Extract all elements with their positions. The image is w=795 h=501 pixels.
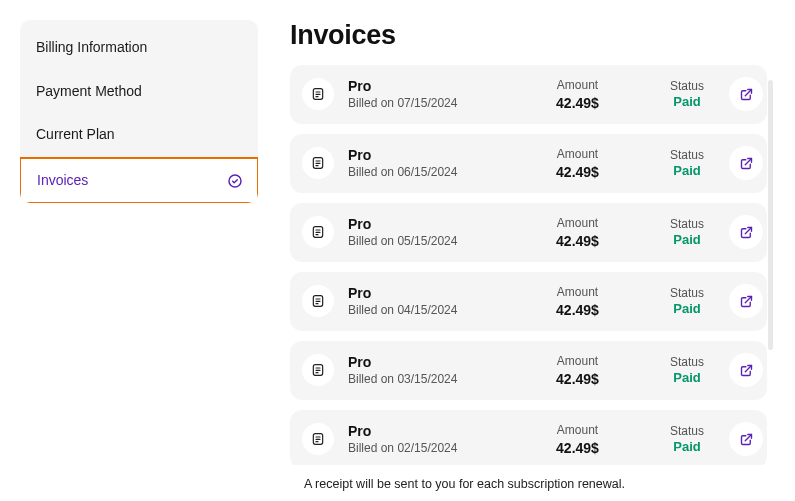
invoice-amount-col: Amount 42.49$ <box>502 422 653 457</box>
invoice-amount-col: Amount 42.49$ <box>502 284 653 319</box>
invoice-amount: 42.49$ <box>502 301 653 319</box>
invoice-status: Paid <box>657 370 717 387</box>
invoice-plan-col: Pro Billed on 02/15/2024 <box>348 422 498 457</box>
invoice-amount: 42.49$ <box>502 163 653 181</box>
invoice-billed-on: Billed on 03/15/2024 <box>348 371 498 388</box>
invoice-row: Pro Billed on 05/15/2024 Amount 42.49$ S… <box>290 203 767 262</box>
invoice-amount: 42.49$ <box>502 370 653 388</box>
invoice-amount-col: Amount 42.49$ <box>502 77 653 112</box>
invoice-billed-on: Billed on 06/15/2024 <box>348 164 498 181</box>
amount-label: Amount <box>502 284 653 301</box>
sidebar-item-label: Invoices <box>37 171 88 191</box>
invoice-plan-name: Pro <box>348 353 498 371</box>
invoice-plan-col: Pro Billed on 03/15/2024 <box>348 353 498 388</box>
invoice-status-col: Status Paid <box>657 147 717 181</box>
document-icon <box>310 224 326 240</box>
invoice-row: Pro Billed on 07/15/2024 Amount 42.49$ S… <box>290 65 767 124</box>
invoice-amount-col: Amount 42.49$ <box>502 146 653 181</box>
invoice-row: Pro Billed on 04/15/2024 Amount 42.49$ S… <box>290 272 767 331</box>
invoice-plan-col: Pro Billed on 07/15/2024 <box>348 77 498 112</box>
invoice-billed-on: Billed on 02/15/2024 <box>348 440 498 457</box>
status-label: Status <box>657 423 717 440</box>
invoice-status-col: Status Paid <box>657 78 717 112</box>
sidebar-item-billing-information[interactable]: Billing Information <box>20 26 258 70</box>
invoice-amount: 42.49$ <box>502 439 653 457</box>
open-invoice-button[interactable] <box>729 353 763 387</box>
invoice-row: Pro Billed on 02/15/2024 Amount 42.49$ S… <box>290 410 767 465</box>
scrollbar[interactable] <box>768 80 773 350</box>
document-icon <box>310 86 326 102</box>
external-link-icon <box>739 294 754 309</box>
billing-sidebar: Billing Information Payment Method Curre… <box>20 20 258 203</box>
document-icon <box>310 155 326 171</box>
invoice-plan-col: Pro Billed on 05/15/2024 <box>348 215 498 250</box>
sidebar-item-current-plan[interactable]: Current Plan <box>20 113 258 157</box>
sidebar-item-label: Current Plan <box>36 125 115 145</box>
invoice-icon-wrap <box>302 285 334 317</box>
invoice-row: Pro Billed on 06/15/2024 Amount 42.49$ S… <box>290 134 767 193</box>
invoice-icon-wrap <box>302 78 334 110</box>
open-invoice-button[interactable] <box>729 215 763 249</box>
invoice-icon-wrap <box>302 354 334 386</box>
status-label: Status <box>657 147 717 164</box>
open-invoice-button[interactable] <box>729 77 763 111</box>
amount-label: Amount <box>502 422 653 439</box>
open-invoice-button[interactable] <box>729 284 763 318</box>
invoice-plan-name: Pro <box>348 284 498 302</box>
open-invoice-button[interactable] <box>729 422 763 456</box>
invoice-list: Pro Billed on 07/15/2024 Amount 42.49$ S… <box>290 65 775 465</box>
page-title: Invoices <box>290 20 775 51</box>
document-icon <box>310 431 326 447</box>
invoice-status: Paid <box>657 439 717 456</box>
invoice-plan-name: Pro <box>348 215 498 233</box>
amount-label: Amount <box>502 353 653 370</box>
status-label: Status <box>657 285 717 302</box>
footer-note: A receipt will be sent to you for each s… <box>304 477 775 491</box>
invoice-status: Paid <box>657 301 717 318</box>
invoice-amount-col: Amount 42.49$ <box>502 215 653 250</box>
document-icon <box>310 362 326 378</box>
invoice-icon-wrap <box>302 423 334 455</box>
external-link-icon <box>739 156 754 171</box>
invoice-amount: 42.49$ <box>502 94 653 112</box>
status-label: Status <box>657 216 717 233</box>
invoice-amount: 42.49$ <box>502 232 653 250</box>
invoice-plan-name: Pro <box>348 77 498 95</box>
invoice-billed-on: Billed on 07/15/2024 <box>348 95 498 112</box>
invoice-status: Paid <box>657 94 717 111</box>
invoice-status-col: Status Paid <box>657 423 717 457</box>
invoice-plan-col: Pro Billed on 04/15/2024 <box>348 284 498 319</box>
invoice-plan-col: Pro Billed on 06/15/2024 <box>348 146 498 181</box>
invoice-status-col: Status Paid <box>657 216 717 250</box>
external-link-icon <box>739 432 754 447</box>
invoices-panel: Invoices Pro Billed on 07/15/2024 Amount… <box>290 20 785 491</box>
invoice-plan-name: Pro <box>348 146 498 164</box>
document-icon <box>310 293 326 309</box>
sidebar-item-label: Billing Information <box>36 38 147 58</box>
invoice-status: Paid <box>657 163 717 180</box>
invoice-billed-on: Billed on 04/15/2024 <box>348 302 498 319</box>
invoice-icon-wrap <box>302 147 334 179</box>
external-link-icon <box>739 225 754 240</box>
sidebar-item-label: Payment Method <box>36 82 142 102</box>
status-label: Status <box>657 354 717 371</box>
invoice-status-col: Status Paid <box>657 354 717 388</box>
invoice-icon-wrap <box>302 216 334 248</box>
invoice-plan-name: Pro <box>348 422 498 440</box>
invoice-status: Paid <box>657 232 717 249</box>
invoice-status-col: Status Paid <box>657 285 717 319</box>
check-circle-icon <box>227 173 243 189</box>
invoice-billed-on: Billed on 05/15/2024 <box>348 233 498 250</box>
invoice-amount-col: Amount 42.49$ <box>502 353 653 388</box>
sidebar-item-payment-method[interactable]: Payment Method <box>20 70 258 114</box>
invoice-row: Pro Billed on 03/15/2024 Amount 42.49$ S… <box>290 341 767 400</box>
sidebar-item-invoices[interactable]: Invoices <box>20 157 258 204</box>
external-link-icon <box>739 87 754 102</box>
amount-label: Amount <box>502 146 653 163</box>
amount-label: Amount <box>502 77 653 94</box>
status-label: Status <box>657 78 717 95</box>
amount-label: Amount <box>502 215 653 232</box>
open-invoice-button[interactable] <box>729 146 763 180</box>
external-link-icon <box>739 363 754 378</box>
